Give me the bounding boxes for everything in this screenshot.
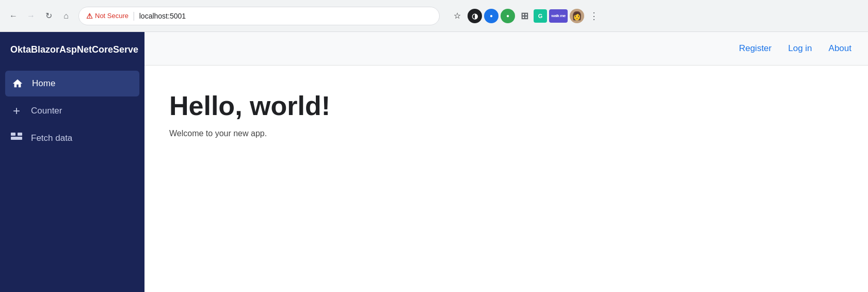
- bookmark-button[interactable]: ☆: [449, 8, 465, 24]
- app-container: OktaBlazorAspNetCoreServe Home + Counter: [0, 32, 868, 292]
- sidebar-home-label: Home: [32, 78, 55, 89]
- main-content: Register Log in About Hello, world! Welc…: [144, 32, 868, 292]
- back-button[interactable]: ←: [6, 9, 21, 23]
- browser-menu-button[interactable]: ⋮: [586, 8, 602, 24]
- svg-rect-0: [11, 133, 15, 136]
- page-heading: Hello, world!: [169, 91, 843, 121]
- svg-rect-2: [11, 137, 22, 140]
- sidebar: OktaBlazorAspNetCoreServe Home + Counter: [0, 32, 144, 292]
- login-link[interactable]: Log in: [788, 43, 812, 54]
- warning-icon: ⚠: [86, 12, 93, 20]
- reload-button[interactable]: ↻: [41, 9, 56, 23]
- layers-extension-icon[interactable]: ⊞: [517, 9, 532, 23]
- browser-chrome: ← → ↻ ⌂ ⚠ Not Secure | localhost:5001 ☆ …: [0, 0, 868, 32]
- sidebar-item-home[interactable]: Home: [5, 71, 139, 96]
- toolbar-right: ☆ ◑ ● ● ⊞ G walk me 👩 ⋮: [449, 8, 602, 24]
- half-moon-extension-icon[interactable]: ◑: [468, 9, 482, 23]
- sidebar-item-counter[interactable]: + Counter: [0, 96, 144, 125]
- sidebar-fetchdata-label: Fetch data: [31, 133, 72, 143]
- not-secure-label: Not Secure: [95, 12, 128, 20]
- sidebar-item-fetchdata[interactable]: Fetch data: [0, 125, 144, 151]
- address-url: localhost:5001: [139, 12, 186, 20]
- green-circle-extension-icon[interactable]: ●: [501, 9, 515, 23]
- sidebar-nav: Home + Counter Fetch data: [0, 66, 144, 156]
- top-nav: Register Log in About: [144, 32, 868, 66]
- page-body: Hello, world! Welcome to your new app.: [144, 66, 868, 292]
- grammarly-extension-icon[interactable]: G: [534, 9, 547, 23]
- sidebar-app-title: OktaBlazorAspNetCoreServe: [0, 32, 144, 66]
- browser-nav-buttons: ← → ↻ ⌂: [6, 9, 73, 23]
- walkme-extension-icon[interactable]: walk me: [549, 9, 568, 23]
- sidebar-counter-label: Counter: [31, 106, 62, 116]
- page-subtitle: Welcome to your new app.: [169, 129, 843, 138]
- blue-circle-extension-icon[interactable]: ●: [484, 9, 499, 23]
- fetch-data-icon: [10, 133, 23, 144]
- svg-rect-1: [18, 133, 22, 136]
- home-icon: [11, 78, 24, 89]
- star-icon: ☆: [454, 11, 461, 21]
- address-bar[interactable]: ⚠ Not Secure | localhost:5001: [78, 7, 440, 25]
- forward-button[interactable]: →: [24, 9, 38, 23]
- register-link[interactable]: Register: [739, 43, 771, 54]
- profile-avatar[interactable]: 👩: [570, 9, 584, 23]
- home-button[interactable]: ⌂: [59, 9, 73, 23]
- about-link[interactable]: About: [829, 43, 851, 54]
- address-divider: |: [133, 10, 135, 21]
- counter-icon: +: [10, 104, 23, 118]
- not-secure-badge: ⚠ Not Secure: [86, 12, 128, 20]
